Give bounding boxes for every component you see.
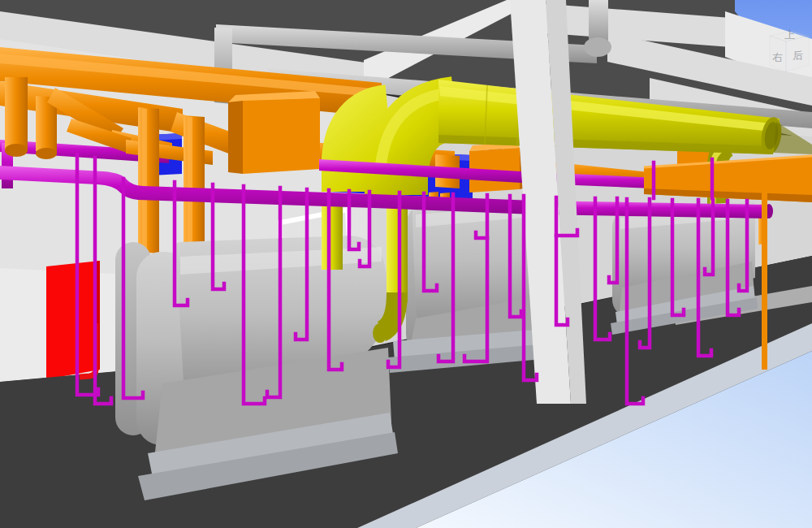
box-left xyxy=(228,101,243,174)
orange-riser-hl xyxy=(142,109,147,252)
yellow-drop-cap xyxy=(373,323,387,343)
orange-thin-drop xyxy=(762,177,767,370)
gray-pipe-elbow xyxy=(584,37,611,57)
yellow-drop-2 xyxy=(387,197,408,302)
orange-drop-right xyxy=(762,177,767,370)
viewcube-label-left: 右 xyxy=(772,51,783,63)
model-viewport[interactable]: 上 右 后 xyxy=(0,0,812,528)
orange-drop-cap xyxy=(5,77,28,149)
model-canvas: 上 右 后 xyxy=(0,0,812,528)
orange-riser-tank1 xyxy=(138,107,159,253)
box-front xyxy=(243,98,320,174)
viewcube[interactable]: 上 右 后 xyxy=(770,28,809,71)
tank-1 xyxy=(115,236,398,500)
exit-door xyxy=(46,261,100,379)
orange-cap xyxy=(36,148,57,159)
orange-cap xyxy=(5,144,28,157)
viewcube-label-right: 后 xyxy=(793,50,803,62)
door-leaf xyxy=(46,261,100,379)
viewcube-label-top: 上 xyxy=(784,28,795,41)
orange-plenum-box xyxy=(228,91,320,174)
